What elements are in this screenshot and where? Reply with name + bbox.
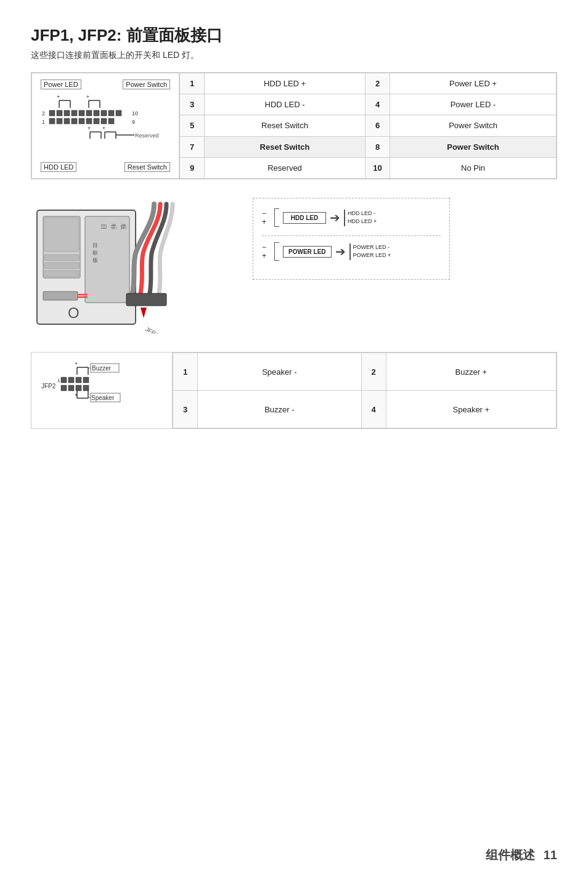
svg-text:2: 2: [42, 110, 45, 116]
svg-text:1: 1: [42, 119, 45, 125]
jfp2-table: 1 Speaker - 2 Buzzer + 3 Buzzer - 4 Spea…: [173, 353, 557, 428]
pin-4: 4: [365, 94, 390, 115]
no-pin: No Pin: [390, 157, 557, 178]
svg-marker-58: [141, 308, 147, 318]
svg-rect-77: [83, 385, 89, 391]
svg-rect-18: [94, 110, 99, 116]
hdd-led-box: HDD LED: [283, 212, 326, 224]
svg-rect-70: [61, 377, 67, 383]
footer-text: 组件概述: [486, 848, 535, 862]
pin-8: 8: [365, 136, 390, 157]
jfp2-pin-1: 1: [173, 353, 198, 391]
jfp2-pin-3: 3: [173, 391, 198, 428]
svg-text:板: 板: [92, 257, 98, 263]
svg-rect-16: [79, 110, 84, 116]
page-number: 11: [544, 848, 557, 862]
power-led-minus-label: POWER LED -: [353, 243, 391, 252]
hdd-led-minus-label: HDD LED -: [348, 210, 377, 218]
svg-text:板: 板: [120, 223, 127, 230]
svg-rect-21: [116, 110, 121, 116]
svg-rect-20: [108, 110, 114, 116]
hdd-led-plus: HDD LED +: [205, 73, 365, 94]
hdd-label-group: HDD LED - HDD LED +: [344, 210, 377, 226]
jfp1-diagram: Power LED Power Switch + + 2 1 10 9: [31, 73, 179, 179]
power-switch-8: Power Switch: [390, 136, 557, 157]
speaker-plus: Speaker +: [386, 391, 556, 428]
pin-6: 6: [365, 115, 390, 136]
svg-rect-46: [44, 271, 79, 277]
power-led-minus: Power LED -: [390, 94, 557, 115]
svg-rect-73: [83, 377, 89, 383]
svg-rect-43: [44, 218, 79, 251]
svg-rect-19: [101, 110, 107, 116]
buzzer-minus: Buzzer -: [198, 391, 362, 428]
page-title: JFP1, JFP2: 前置面板接口: [31, 25, 557, 46]
pin-3: 3: [180, 94, 205, 115]
svg-text:Buzzer: Buzzer: [92, 365, 112, 372]
svg-rect-12: [49, 110, 55, 116]
speaker-minus: Speaker -: [198, 353, 362, 391]
table-row: 5 Reset Switch 6 Power Switch: [180, 115, 557, 136]
svg-text:Reserved: Reserved: [135, 133, 159, 139]
svg-text:JFP1: JFP1: [144, 325, 160, 333]
svg-rect-25: [71, 118, 77, 124]
power-signs: − +: [262, 243, 271, 260]
table-row: 1 Speaker - 2 Buzzer +: [173, 353, 557, 391]
svg-rect-71: [68, 377, 74, 383]
svg-rect-29: [101, 118, 107, 124]
svg-text:+: +: [88, 125, 91, 131]
svg-rect-15: [71, 110, 77, 116]
power-led-plus: Power LED +: [390, 73, 557, 94]
jfp2-pin-2: 2: [361, 353, 386, 391]
svg-rect-22: [49, 118, 55, 124]
svg-text:+: +: [75, 361, 78, 367]
power-label-group: POWER LED - POWER LED +: [349, 243, 391, 260]
power-switch-6: Power Switch: [390, 115, 557, 136]
svg-text:标: 标: [92, 250, 98, 256]
hdd-signs: − +: [262, 209, 271, 226]
reset-switch-5: Reset Switch: [205, 115, 365, 136]
hdd-arrow: ➔: [330, 210, 340, 225]
svg-rect-74: [61, 385, 67, 391]
svg-rect-75: [68, 385, 74, 391]
svg-text:目: 目: [92, 242, 98, 248]
svg-text:O: O: [68, 304, 80, 321]
reserved: Reserved: [205, 157, 365, 178]
svg-rect-13: [57, 110, 62, 116]
power-led-row: − + POWER LED ➔ POWER LED - POWER LED +: [262, 242, 441, 261]
svg-rect-14: [64, 110, 70, 116]
jfp2-pin-4: 4: [361, 391, 386, 428]
svg-rect-57: [126, 293, 166, 306]
page-footer: 组件概述 11: [480, 847, 557, 864]
svg-text:标: 标: [110, 223, 117, 230]
svg-text:1: 1: [57, 378, 60, 383]
svg-rect-26: [79, 118, 84, 124]
svg-text:Speaker: Speaker: [91, 394, 115, 401]
table-row: 1 HDD LED + 2 Power LED +: [180, 73, 557, 94]
hdd-led-row: − + HDD LED ➔ HDD LED - HDD LED +: [262, 208, 441, 227]
buzzer-plus: Buzzer +: [386, 353, 556, 391]
svg-rect-23: [57, 118, 62, 124]
svg-rect-44: [44, 255, 79, 261]
svg-rect-45: [44, 263, 79, 269]
reset-switch-7: Reset Switch: [205, 136, 365, 157]
table-row: 7 Reset Switch 8 Power Switch: [180, 136, 557, 157]
led-diagram: − + HDD LED ➔ HDD LED - HDD LED + − + PO…: [253, 198, 450, 280]
svg-text:10: 10: [132, 110, 138, 116]
connector-drawing: 目 标 板 目 标 板 JFP1 O: [31, 198, 234, 333]
pin-5: 5: [180, 115, 205, 136]
power-led-label: Power LED: [41, 80, 81, 89]
pin-7: 7: [180, 136, 205, 157]
table-row: 9 Reserved 10 No Pin: [180, 157, 557, 178]
svg-text:+: +: [86, 94, 89, 100]
jfp1-section: Power LED Power Switch + + 2 1 10 9: [31, 72, 557, 179]
pin-2: 2: [365, 73, 390, 94]
svg-rect-17: [86, 110, 92, 116]
svg-rect-27: [86, 118, 92, 124]
table-row: 3 HDD LED - 4 Power LED -: [180, 94, 557, 115]
svg-rect-24: [64, 118, 70, 124]
hdd-led-label: HDD LED: [41, 162, 76, 172]
jfp2-section: + Buzzer JFP2 1 +: [31, 352, 557, 429]
power-arrow: ➔: [335, 244, 346, 259]
reset-switch-label: Reset Switch: [125, 162, 170, 172]
